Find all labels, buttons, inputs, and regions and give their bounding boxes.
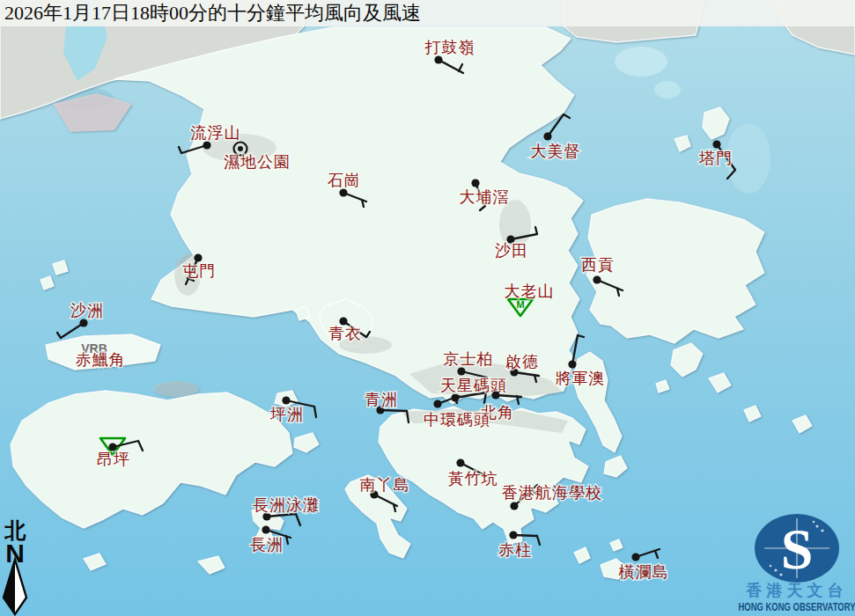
station-label: 橫瀾島 — [619, 563, 669, 581]
station-dot — [203, 141, 210, 149]
station-label: 青衣 — [328, 325, 362, 342]
station-label: 長洲 — [250, 536, 284, 554]
station-label: 赤鱲角 — [76, 351, 126, 369]
station-dot — [457, 367, 465, 375]
station-label: 大美督 — [531, 143, 581, 160]
station-label: 沙洲 — [70, 302, 104, 319]
station-label: 中環碼頭 — [424, 411, 490, 429]
station-dot — [510, 502, 518, 510]
station-label: 塔門 — [698, 150, 733, 167]
station-label: 京士柏 — [444, 350, 494, 368]
station-label: 濕地公園 — [224, 153, 291, 171]
station-dot — [712, 140, 720, 148]
station-label: 坪洲 — [269, 406, 304, 423]
station-label: 流浮山 — [191, 124, 241, 142]
station-dot — [238, 146, 243, 151]
hk-wind-map: 打鼓嶺流浮山濕地公園石崗大美督塔門大埔滘沙田屯門西貢M大老山沙洲VRB赤鱲角青衣… — [0, 0, 855, 616]
station-dot — [543, 132, 551, 140]
station-dot — [282, 396, 290, 404]
station-label: 打鼓嶺 — [425, 39, 475, 56]
station-dot — [434, 55, 442, 63]
station-dot — [79, 319, 87, 326]
station-label: 沙田 — [495, 242, 528, 260]
station-dot — [339, 188, 347, 196]
station-dot — [456, 458, 464, 466]
station-label: 昂坪 — [97, 451, 130, 468]
map-title: 2026年1月17日18時00分的十分鐘平均風向及風速 — [0, 0, 855, 26]
station-label: 屯門 — [182, 262, 216, 280]
emblem-s-swirl: S — [781, 517, 814, 581]
station-label: 石崗 — [328, 172, 361, 189]
station-dot — [568, 360, 576, 368]
station-dot — [262, 525, 269, 533]
station-label: 大埔滘 — [460, 188, 510, 206]
station-dot — [471, 179, 479, 187]
missing-data-m: M — [516, 299, 524, 310]
station-label: 青洲 — [365, 391, 398, 408]
station-label: 黃竹坑 — [448, 470, 498, 488]
station-label: 啟德 — [505, 353, 539, 370]
station-label: 大老山 — [505, 282, 555, 300]
hko-logo-chinese: 香港天文台 — [746, 582, 848, 599]
station-dot — [433, 400, 441, 407]
hko-logo-english: HONG KONG OBSERVATORY — [739, 601, 855, 613]
station-dot — [194, 253, 202, 261]
hko-wind-map-screen: 打鼓嶺流浮山濕地公園石崗大美督塔門大埔滘沙田屯門西貢M大老山沙洲VRB赤鱲角青衣… — [0, 0, 855, 616]
station-label: 西貢 — [581, 256, 615, 274]
north-compass: 北 N — [4, 519, 26, 614]
station-label: 南丫島 — [360, 476, 410, 494]
station-dot — [509, 531, 517, 539]
station-dot — [593, 275, 601, 283]
station-label: 香港航海學校 — [502, 484, 602, 502]
station-label: 赤柱 — [498, 541, 532, 559]
station-label: 長洲泳灘 — [253, 496, 320, 514]
station-dot — [491, 391, 499, 399]
station-dot — [631, 553, 639, 561]
station-label: 將軍澳 — [556, 370, 606, 387]
